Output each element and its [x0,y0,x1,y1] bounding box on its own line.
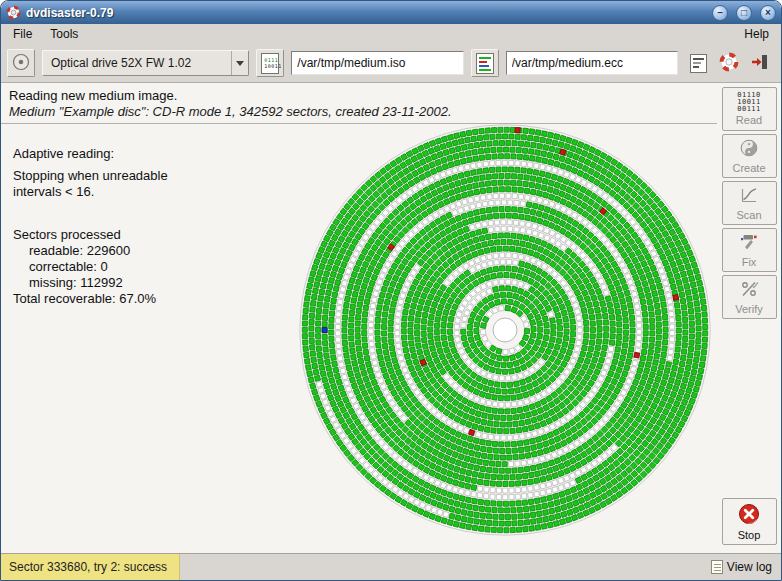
stop-icon [738,503,760,528]
close-button[interactable]: × [760,5,776,21]
read-label: Read [736,114,762,126]
iso-file-button[interactable]: 0111 10011 [256,49,284,77]
menu-file[interactable]: File [4,25,41,43]
fix-hammer-icon [739,232,759,255]
readable-count: readable: 229600 [13,243,168,259]
menu-tools[interactable]: Tools [41,25,87,43]
lifebuoy-help-icon [719,52,739,75]
titlebar[interactable]: dvdisaster-0.79 – □ × [1,1,781,24]
maximize-button[interactable]: □ [736,5,752,21]
create-button[interactable]: Create [722,134,777,178]
stop-label: Stop [738,529,761,541]
operation-header: Reading new medium image. Medium "Exampl… [1,83,717,124]
statusbar: Sector 333680, try 2: success View log [1,553,781,580]
drive-select[interactable]: Optical drive 52X FW 1.02 [42,50,249,76]
preferences-icon [690,54,707,73]
fix-button[interactable]: Fix [722,228,777,272]
chevron-down-icon [236,61,244,66]
menubar: File Tools Help [1,24,781,44]
app-icon [6,5,21,20]
sectors-processed-label: Sectors processed [13,227,168,243]
verify-percent-icon [739,279,759,302]
view-log-button[interactable]: View log [711,560,781,574]
quit-button[interactable] [747,50,773,76]
minimize-button[interactable]: – [712,5,728,21]
ecc-file-icon [476,53,494,74]
drive-button[interactable] [7,49,35,77]
total-recoverable: Total recoverable: 67.0% [13,291,168,307]
action-sidebar: 01110 10011 00111 Read Create [717,83,781,553]
body: Reading new medium image. Medium "Exampl… [1,83,781,553]
quit-arrow-icon [750,52,770,75]
stop-condition-line2: intervals < 16. [13,184,168,200]
fix-label: Fix [742,256,757,268]
reading-area: Adaptive reading: Stopping when unreadab… [1,124,717,553]
scan-button[interactable]: Scan [722,181,777,225]
help-button[interactable] [716,50,742,76]
toolbar-right-group [685,50,775,76]
stop-button[interactable]: Stop [722,498,777,545]
adaptive-reading-label: Adaptive reading: [13,146,168,162]
scan-curve-icon [739,185,759,208]
iso-file-icon: 0111 10011 [261,53,279,74]
scan-label: Scan [736,209,761,221]
stop-condition-line1: Stopping when unreadable [13,168,168,184]
ecc-path-input[interactable] [506,51,678,75]
correctable-count: correctable: 0 [13,259,168,275]
verify-label: Verify [735,303,763,315]
drive-select-arrow [231,51,248,75]
toolbar: Optical drive 52X FW 1.02 0111 10011 [1,44,781,83]
disc-spiral-canvas [299,124,711,536]
verify-button[interactable]: Verify [722,275,777,319]
medium-description: Medium "Example disc": CD-R mode 1, 3425… [9,104,709,119]
create-label: Create [732,162,765,174]
preferences-button[interactable] [685,50,711,76]
missing-count: missing: 112992 [13,275,168,291]
ecc-file-button[interactable] [471,49,499,77]
read-button[interactable]: 01110 10011 00111 Read [722,87,777,131]
create-yinyang-icon [739,138,759,161]
app-window: dvdisaster-0.79 – □ × File Tools Help Op… [0,0,782,581]
log-file-icon [711,560,723,574]
drive-disc-icon [11,52,31,75]
read-binary-icon: 01110 10011 00111 [737,92,761,113]
drive-select-label: Optical drive 52X FW 1.02 [43,56,231,70]
status-message: Sector 333680, try 2: success [1,554,180,580]
window-title: dvdisaster-0.79 [26,6,704,20]
view-log-label: View log [727,560,772,574]
operation-title: Reading new medium image. [9,88,709,103]
menu-help[interactable]: Help [735,25,778,43]
reading-info-panel: Adaptive reading: Stopping when unreadab… [13,146,168,307]
iso-path-input[interactable] [291,51,463,75]
main-column: Reading new medium image. Medium "Exampl… [1,83,717,553]
